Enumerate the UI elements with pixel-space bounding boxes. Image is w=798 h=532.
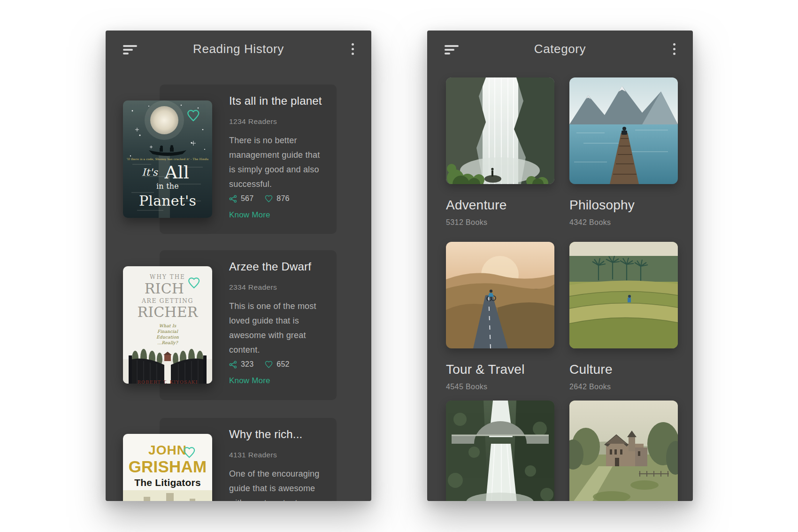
category-count: 5312 Books <box>446 218 554 227</box>
know-more-link[interactable]: Know More <box>229 210 270 220</box>
waterfall-cliff-photo <box>446 77 554 184</box>
like-count: 876 <box>276 194 289 203</box>
book-description: There is no better management guide that… <box>229 133 324 192</box>
page-title: Reading History <box>106 42 371 56</box>
category-count: 4545 Books <box>446 383 554 391</box>
reading-history-screen: Reading History Its all in the planet 12… <box>106 31 371 501</box>
category-screen: Category <box>427 31 693 501</box>
category-name: Tour & Travel <box>446 362 554 377</box>
category-count: 4342 Books <box>569 218 678 227</box>
category-tile-culture[interactable]: Culture 2642 Books <box>569 242 678 391</box>
book-title: Why the rich... <box>229 428 302 441</box>
like-count: 652 <box>276 360 289 369</box>
category-tile-adventure[interactable]: Adventure 5312 Books <box>446 77 554 227</box>
litigators-cover-art: JOHN GRISHAM The Litigators <box>123 434 212 501</box>
mountain-lake-dock-photo <box>569 77 678 184</box>
book-cover-its-all-in-the-planets[interactable]: 'If there is a code, Shenoy has cracked … <box>123 100 212 218</box>
cover-subtitle-line: Education <box>156 335 179 339</box>
countryside-church-photo <box>569 401 678 501</box>
cover-author-first: JOHN <box>148 443 187 457</box>
cover-book-title: The Litigators <box>134 477 201 488</box>
category-tile-partial[interactable] <box>569 401 678 501</box>
share-icon[interactable] <box>229 361 237 369</box>
category-name: Philosophy <box>569 198 678 213</box>
heart-icon[interactable] <box>265 195 273 203</box>
share-icon[interactable] <box>229 195 237 203</box>
book-cover-why-the-rich[interactable]: WHY THE RICH ARE GETTING RICHER What Is … <box>123 266 212 384</box>
cover-title-line: WHY THE <box>150 274 185 280</box>
cover-title-line: ARE GETTING <box>141 297 193 304</box>
category-tile-tour-travel[interactable]: Tour & Travel 4545 Books <box>446 242 554 391</box>
rice-terraces-photo <box>569 242 678 348</box>
share-count: 323 <box>241 360 253 369</box>
category-name: Adventure <box>446 198 554 213</box>
book-stats: 567 876 <box>229 194 290 203</box>
cover-title-line: RICHER <box>137 304 198 320</box>
rich-richer-cover-art: WHY THE RICH ARE GETTING RICHER What Is … <box>123 266 212 384</box>
book-readers: 2334 Readers <box>229 283 277 292</box>
cover-title-line: RICH <box>145 280 184 297</box>
book-readers: 4131 Readers <box>229 451 277 459</box>
kebab-menu-icon[interactable] <box>673 43 676 57</box>
page-title: Category <box>427 42 693 56</box>
cover-author: ROBERT T. KIYOSAKI <box>138 379 198 384</box>
cover-title-line: in the <box>156 182 179 191</box>
cover-tagline: 'If there is a code, Shenoy has cracked … <box>127 157 209 161</box>
book-title: Arzee the Dwarf <box>229 260 311 273</box>
book-stats: 323 652 <box>229 360 290 369</box>
share-count: 567 <box>241 194 253 203</box>
book-cover-the-litigators[interactable]: JOHN GRISHAM The Litigators <box>123 434 212 501</box>
cover-subtitle-line: ...Really? <box>157 340 178 345</box>
night-sea-moon-art: 'If there is a code, Shenoy has cracked … <box>123 100 212 218</box>
cover-subtitle-line: Financial <box>157 329 178 334</box>
category-count: 2642 Books <box>569 383 678 391</box>
heart-icon[interactable] <box>265 361 273 369</box>
know-more-link[interactable]: Know More <box>229 376 270 386</box>
book-description: This is one of the most loved guide that… <box>229 299 324 357</box>
kebab-menu-icon[interactable] <box>352 43 354 57</box>
mockup-canvas: Reading History Its all in the planet 12… <box>0 0 798 532</box>
book-readers: 1234 Readers <box>229 117 277 126</box>
cover-title-line: Planet's <box>139 193 196 209</box>
category-tile-philosophy[interactable]: Philosophy 4342 Books <box>569 77 678 227</box>
cover-subtitle-line: What Is <box>159 324 177 328</box>
cover-title-line: All <box>164 162 189 183</box>
cyclist-road-photo <box>446 242 554 348</box>
cover-author-last: GRISHAM <box>129 457 207 476</box>
cover-title-line: It's <box>142 167 158 178</box>
category-name: Culture <box>569 362 678 377</box>
category-tile-partial[interactable] <box>446 401 554 501</box>
book-description: One of the encouraging guide that is awe… <box>229 467 324 501</box>
bridge-waterfall-photo <box>446 401 554 501</box>
book-title: Its all in the planet <box>229 94 322 108</box>
